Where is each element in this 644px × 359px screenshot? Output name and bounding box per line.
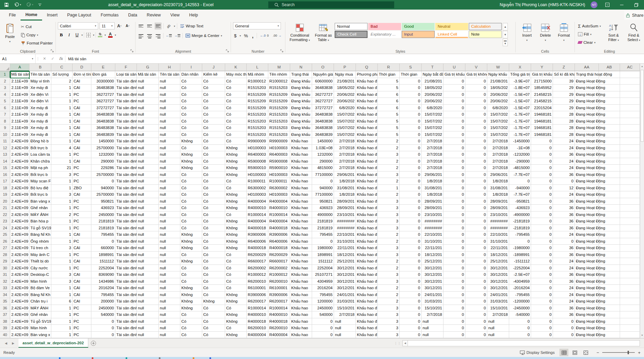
- cell-AC26[interactable]: [620, 238, 640, 245]
- next-sheet-button[interactable]: ▶: [12, 342, 14, 345]
- cell-S3[interactable]: 0: [400, 85, 422, 91]
- cell-V38[interactable]: 0: [465, 318, 487, 325]
- cell-AA2[interactable]: Đang Hoạt Động: [575, 78, 599, 85]
- cell-I21[interactable]: Có: [180, 205, 202, 211]
- cell-K20[interactable]: Không: [225, 198, 247, 205]
- cell-I15[interactable]: Không: [180, 165, 202, 171]
- cell-O24[interactable]: 2181819: [312, 225, 334, 232]
- cell-G12[interactable]: null: [137, 145, 159, 152]
- cell-H4[interactable]: null: [159, 91, 180, 98]
- cell-S10[interactable]: 0: [400, 131, 422, 138]
- cell-V40[interactable]: 0: [465, 332, 487, 338]
- cell-T7[interactable]: 15/07/202: [422, 111, 443, 118]
- cell-Z23[interactable]: 36: [553, 218, 575, 225]
- cell-Q12[interactable]: Khấu hao đ: [356, 145, 378, 152]
- cell-T19[interactable]: 1/8/2018: [422, 191, 443, 198]
- cell-N15[interactable]: Khấu hao: [290, 165, 312, 171]
- cell-A30[interactable]: 2.42E+09: [10, 265, 29, 272]
- cell-B26[interactable]: Ống nhòm: [29, 238, 51, 245]
- row-header-25[interactable]: 25: [0, 231, 10, 238]
- cell-K12[interactable]: Không: [225, 145, 247, 152]
- cell-P20[interactable]: 28/09/201: [334, 198, 356, 205]
- cell-E16[interactable]: 25700000: [91, 171, 115, 178]
- cell-AA35[interactable]: Đang Hoạt Động: [575, 298, 599, 305]
- cell-AC3[interactable]: [620, 85, 640, 91]
- cell-E3[interactable]: 36483838: [91, 85, 115, 91]
- cell-S27[interactable]: 0: [400, 245, 422, 252]
- cell-W35[interactable]: 31/03/201: [487, 298, 509, 305]
- cell-K25[interactable]: Không: [225, 231, 247, 238]
- cell-D33[interactable]: CAI: [73, 285, 91, 292]
- cell-J36[interactable]: Có: [202, 305, 225, 312]
- cell-C19[interactable]: 3: [51, 191, 73, 198]
- cell-A14[interactable]: 2.42E+09: [10, 158, 29, 165]
- save-button[interactable]: [4, 2, 9, 7]
- cell-C34[interactable]: 1: [51, 292, 73, 298]
- cell-O3[interactable]: 36483838: [312, 85, 334, 91]
- cell-E37[interactable]: 540000: [91, 311, 115, 318]
- cell-B12[interactable]: Bốt trực b: [29, 145, 51, 152]
- cell-H15[interactable]: null: [159, 165, 180, 171]
- cell-Z8[interactable]: 28: [553, 118, 575, 125]
- cell-P40[interactable]: null: [334, 332, 356, 338]
- cell-K38[interactable]: Không: [225, 318, 247, 325]
- cell-Z30[interactable]: 24: [553, 265, 575, 272]
- cell-T24[interactable]: ########: [422, 225, 443, 232]
- cell-G23[interactable]: null: [137, 218, 159, 225]
- cell-E15[interactable]: 229286: [91, 165, 115, 171]
- cell-Z15[interactable]: 24: [553, 165, 575, 171]
- number-format-select[interactable]: General▾: [233, 22, 281, 29]
- cell-V27[interactable]: 0: [465, 245, 487, 252]
- cell-H38[interactable]: null: [159, 318, 180, 325]
- cell-R32[interactable]: 3: [378, 278, 400, 285]
- column-header-AC[interactable]: AC: [620, 64, 640, 71]
- gallery-more-button[interactable]: ▬▼: [503, 39, 508, 46]
- cell-B5[interactable]: Xe điện Vi: [29, 98, 51, 105]
- cell-I7[interactable]: Có: [180, 111, 202, 118]
- cell-O16[interactable]: 77100000: [312, 171, 334, 178]
- cell-G13[interactable]: null: [137, 151, 159, 158]
- cell-O40[interactable]: 0: [312, 332, 334, 338]
- cell-AA18[interactable]: Đang Hoạt Động: [575, 185, 599, 192]
- cell-W30[interactable]: 30/12/201: [487, 265, 509, 272]
- increase-decimal-button[interactable]: ←.00: [259, 32, 270, 39]
- cell-J28[interactable]: Có: [202, 252, 225, 258]
- restore-button[interactable]: [632, 0, 641, 10]
- cell-P38[interactable]: null: [334, 318, 356, 325]
- row-header-23[interactable]: 23: [0, 218, 10, 225]
- cell-F31[interactable]: Tài sản định: [115, 271, 137, 278]
- cell-Z20[interactable]: 36: [553, 198, 575, 205]
- font-size-select[interactable]: 11▾: [100, 22, 115, 29]
- cell-W39[interactable]: null: [487, 325, 509, 332]
- cell-R20[interactable]: 3: [378, 198, 400, 205]
- cell-P15[interactable]: 2/7/2018: [334, 165, 356, 171]
- cell-A40[interactable]: 2.42E+09: [10, 332, 29, 338]
- cell-D13[interactable]: PC: [73, 151, 91, 158]
- cell-E4[interactable]: 36272727: [91, 91, 115, 98]
- cell-G29[interactable]: null: [137, 258, 159, 265]
- cell-N1[interactable]: Trạng thái: [290, 71, 312, 78]
- cell-N9[interactable]: Đang khấu: [290, 125, 312, 131]
- cell-D29[interactable]: CAI: [73, 258, 91, 265]
- cell-F22[interactable]: Tài sản định: [115, 211, 137, 218]
- cell-J20[interactable]: Có: [202, 198, 225, 205]
- cell-G21[interactable]: null: [137, 205, 159, 211]
- cell-I32[interactable]: Có: [180, 278, 202, 285]
- cell-W8[interactable]: 15/07/202: [487, 118, 509, 125]
- cell-Y37[interactable]: 0: [531, 311, 553, 318]
- borders-button[interactable]: [85, 31, 92, 38]
- cell-N38[interactable]: Khấu hao: [290, 318, 312, 325]
- cell-F13[interactable]: Tài sản định: [115, 151, 137, 158]
- cell-G36[interactable]: null: [137, 305, 159, 312]
- cell-C27[interactable]: 3: [51, 245, 73, 252]
- row-header-18[interactable]: 18: [0, 185, 10, 192]
- cell-Y18[interactable]: 0: [531, 185, 553, 192]
- row-header-22[interactable]: 22: [0, 211, 10, 218]
- cell-B34[interactable]: Bảng Nỉ Kh: [29, 292, 51, 298]
- cell-U39[interactable]: 0: [443, 325, 465, 332]
- cell-L4[interactable]: R1515209: [247, 91, 268, 98]
- cell-E24[interactable]: 2181819: [91, 225, 115, 232]
- cell-S5[interactable]: 0: [400, 98, 422, 105]
- cell-G32[interactable]: null: [137, 278, 159, 285]
- cell-T2[interactable]: 21/08/201: [422, 78, 443, 85]
